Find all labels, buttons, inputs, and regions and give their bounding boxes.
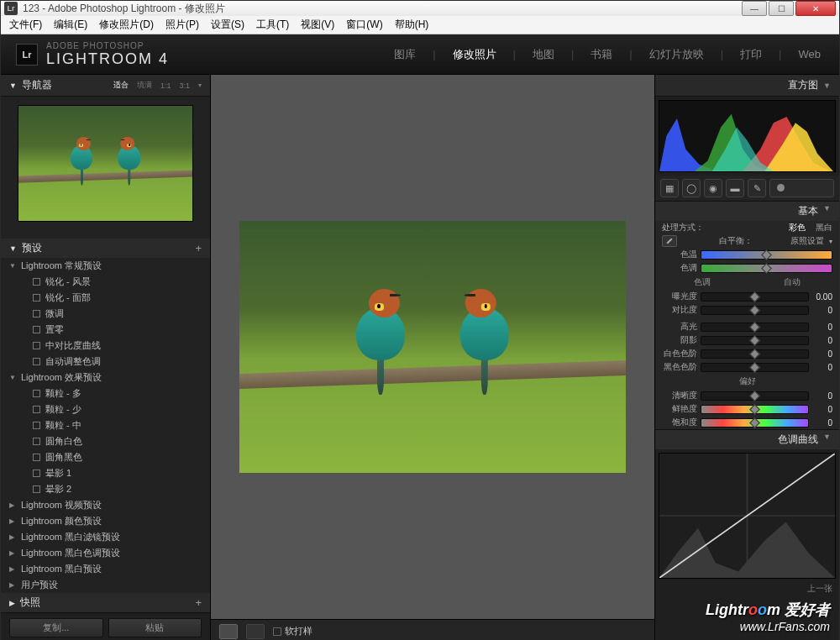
preset-item[interactable]: 圆角白色 [1, 433, 210, 449]
clarity-slider[interactable] [701, 391, 809, 401]
copy-button[interactable]: 复制... [9, 618, 103, 637]
wb-select[interactable]: 原照设置 [790, 235, 824, 247]
menu-item[interactable]: 视图(V) [296, 16, 339, 34]
tone-curve[interactable] [659, 453, 836, 579]
minimize-button[interactable]: — [742, 1, 767, 16]
treatment-color[interactable]: 彩色 [789, 222, 806, 233]
shadows-value[interactable]: 0 [812, 336, 832, 345]
whites-value[interactable]: 0 [812, 349, 832, 359]
contrast-value[interactable]: 0 [812, 306, 832, 315]
paste-button[interactable]: 粘贴 [108, 618, 202, 637]
menu-item[interactable]: 文件(F) [4, 16, 47, 34]
preset-item[interactable]: 晕影 2 [1, 481, 210, 497]
zoom-fill[interactable]: 填满 [137, 80, 152, 91]
preset-group[interactable]: ▼Lightroom 效果预设 [1, 370, 210, 386]
app-body: ▼ 导航器 适合 填满 1:1 3:1 ▾ [1, 75, 839, 640]
preset-item[interactable]: 锐化 - 风景 [1, 274, 210, 290]
saturation-value[interactable]: 0 [812, 418, 832, 428]
tint-slider[interactable] [701, 264, 832, 273]
histogram[interactable] [659, 100, 836, 172]
brand-big: LIGHTROOM 4 [46, 50, 169, 68]
menu-item[interactable]: 窗口(W) [341, 16, 387, 34]
basic-header[interactable]: 基本▼ [655, 202, 839, 221]
module-tab[interactable]: 书籍 [587, 45, 616, 64]
preset-item[interactable]: 微调 [1, 306, 210, 322]
preset-item[interactable]: 圆角黑色 [1, 449, 210, 465]
menu-item[interactable]: 帮助(H) [390, 16, 434, 34]
add-preset-button[interactable]: + [195, 242, 202, 254]
prev-next-nav[interactable]: 上一张 [655, 582, 839, 595]
histogram-header[interactable]: 直方图 ▼ [655, 75, 839, 97]
preset-group[interactable]: ▶用户预设 [1, 577, 210, 593]
slider-tool[interactable] [769, 179, 834, 197]
dropdown-icon[interactable]: ▾ [829, 238, 832, 245]
maximize-button[interactable]: ☐ [769, 1, 794, 16]
preset-item[interactable]: 颗粒 - 多 [1, 386, 210, 401]
preset-group[interactable]: ▶Lightroom 黑白预设 [1, 561, 210, 577]
module-tab[interactable]: 幻灯片放映 [646, 45, 707, 64]
navigator-thumb[interactable] [1, 97, 210, 239]
menu-item[interactable]: 设置(S) [206, 16, 249, 34]
blacks-value[interactable]: 0 [812, 363, 832, 372]
highlights-value[interactable]: 0 [812, 323, 832, 332]
menu-item[interactable]: 修改照片(D) [94, 16, 159, 34]
softproof-checkbox[interactable]: 软打样 [273, 625, 312, 637]
contrast-slider[interactable] [701, 306, 809, 315]
vibrance-slider[interactable] [701, 405, 809, 414]
menu-item[interactable]: 照片(P) [160, 16, 204, 34]
preset-item[interactable]: 锐化 - 面部 [1, 290, 210, 306]
navigator-header[interactable]: ▼ 导航器 适合 填满 1:1 3:1 ▾ [1, 75, 210, 97]
spot-tool[interactable]: ◯ [682, 179, 701, 197]
preset-group[interactable]: ▶Lightroom 黑白色调预设 [1, 545, 210, 561]
temp-slider[interactable] [701, 250, 832, 260]
image-viewport[interactable] [211, 75, 654, 619]
preset-item[interactable]: 颗粒 - 中 [1, 417, 210, 433]
preset-group[interactable]: ▶Lightroom 颜色预设 [1, 513, 210, 529]
whites-slider[interactable] [701, 349, 809, 359]
menu-item[interactable]: 工具(T) [251, 16, 294, 34]
preset-item[interactable]: 中对比度曲线 [1, 338, 210, 354]
brush-tool[interactable]: ✎ [748, 179, 766, 197]
redeye-tool[interactable]: ◉ [704, 179, 722, 197]
zoom-3-1[interactable]: 3:1 [179, 81, 190, 90]
menu-item[interactable]: 编辑(E) [49, 16, 92, 34]
module-tab[interactable]: 修改照片 [449, 45, 500, 64]
module-tab[interactable]: 地图 [529, 45, 558, 64]
exposure-value[interactable]: 0.00 [812, 292, 832, 302]
compare-view-button[interactable] [246, 624, 265, 639]
auto-button[interactable]: 自动 [784, 276, 801, 288]
presets-header[interactable]: ▼ 预设 + [1, 239, 210, 258]
preset-group[interactable]: ▼Lightroom 常规预设 [1, 258, 210, 274]
grad-tool[interactable]: ▬ [726, 179, 744, 197]
presets-list[interactable]: ▼Lightroom 常规预设锐化 - 风景锐化 - 面部微调置零中对比度曲线自… [1, 258, 210, 593]
zoom-fit[interactable]: 适合 [113, 80, 129, 91]
close-button[interactable]: ✕ [795, 1, 836, 16]
preset-item[interactable]: 置零 [1, 322, 210, 338]
preset-item[interactable]: 自动调整色调 [1, 354, 210, 370]
shadows-slider[interactable] [701, 336, 809, 345]
crop-tool[interactable]: ▦ [660, 179, 679, 197]
preset-group[interactable]: ▶Lightroom 黑白滤镜预设 [1, 529, 210, 545]
tonecurve-header[interactable]: 色调曲线▼ [655, 430, 839, 449]
saturation-slider[interactable] [701, 418, 809, 428]
app-icon: Lr [4, 2, 18, 15]
exposure-slider[interactable] [701, 292, 809, 302]
module-tab[interactable]: Web [795, 46, 825, 62]
preset-item[interactable]: 晕影 1 [1, 465, 210, 481]
zoom-more-icon[interactable]: ▾ [198, 81, 202, 89]
preset-item[interactable]: 颗粒 - 少 [1, 401, 210, 417]
snapshots-header[interactable]: ▶ 快照 + [1, 593, 210, 612]
loupe-view-button[interactable] [219, 624, 238, 639]
preset-group[interactable]: ▶Lightroom 视频预设 [1, 497, 210, 513]
highlights-slider[interactable] [701, 323, 809, 332]
module-tab[interactable]: 图库 [391, 45, 419, 64]
module-tab[interactable]: 打印 [737, 45, 765, 64]
clarity-value[interactable]: 0 [812, 391, 832, 401]
vibrance-value[interactable]: 0 [812, 405, 832, 414]
zoom-1-1[interactable]: 1:1 [160, 81, 171, 90]
add-snapshot-button[interactable]: + [195, 596, 202, 609]
blacks-slider[interactable] [701, 363, 809, 372]
eyedropper-tool[interactable] [662, 235, 677, 247]
presence-label: 偏好 [739, 375, 756, 387]
treatment-bw[interactable]: 黑白 [816, 222, 832, 233]
